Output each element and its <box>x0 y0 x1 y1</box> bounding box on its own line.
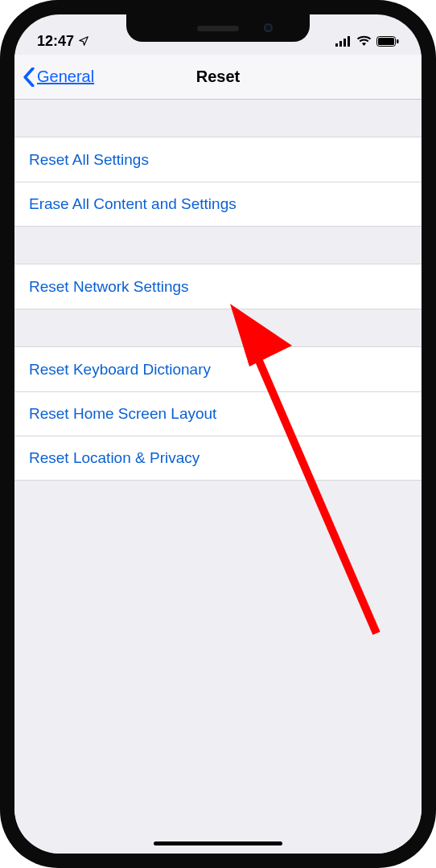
row-label: Reset Home Screen Layout <box>29 405 216 423</box>
erase-all-content-row[interactable]: Erase All Content and Settings <box>14 182 422 226</box>
volume-down-button <box>0 257 2 313</box>
content-area: Reset All Settings Erase All Content and… <box>14 100 422 854</box>
chevron-left-icon <box>23 68 35 87</box>
reset-location-privacy-row[interactable]: Reset Location & Privacy <box>14 436 422 480</box>
reset-keyboard-dictionary-row[interactable]: Reset Keyboard Dictionary <box>14 347 422 391</box>
row-label: Reset Network Settings <box>29 278 189 296</box>
location-icon <box>78 35 89 47</box>
phone-frame: 12:47 <box>0 0 436 868</box>
settings-group: Reset All Settings Erase All Content and… <box>14 137 422 227</box>
svg-rect-0 <box>335 43 338 47</box>
row-label: Erase All Content and Settings <box>29 195 237 213</box>
notch <box>126 14 310 42</box>
status-left: 12:47 <box>37 33 89 50</box>
row-label: Reset All Settings <box>29 151 149 169</box>
battery-icon <box>376 36 399 47</box>
svg-rect-1 <box>339 41 342 47</box>
screen: 12:47 <box>14 14 422 854</box>
reset-network-settings-row[interactable]: Reset Network Settings <box>14 264 422 309</box>
earpiece <box>197 26 239 31</box>
nav-bar: General Reset <box>14 55 422 100</box>
volume-up-button <box>0 185 2 241</box>
svg-rect-5 <box>378 38 394 45</box>
settings-group: Reset Network Settings <box>14 264 422 309</box>
settings-group: Reset Keyboard Dictionary Reset Home Scr… <box>14 346 422 481</box>
row-label: Reset Keyboard Dictionary <box>29 361 211 379</box>
back-button[interactable]: General <box>14 68 94 87</box>
status-right <box>335 35 399 47</box>
row-label: Reset Location & Privacy <box>29 449 199 467</box>
mute-switch <box>0 129 2 159</box>
wifi-icon <box>356 35 372 47</box>
front-camera <box>264 23 273 32</box>
home-indicator[interactable] <box>154 841 282 845</box>
svg-rect-2 <box>343 39 346 47</box>
cellular-icon <box>335 36 352 47</box>
reset-all-settings-row[interactable]: Reset All Settings <box>14 137 422 182</box>
svg-rect-3 <box>348 36 350 47</box>
status-time: 12:47 <box>37 33 74 50</box>
svg-rect-6 <box>397 39 399 43</box>
reset-home-screen-layout-row[interactable]: Reset Home Screen Layout <box>14 391 422 436</box>
back-label: General <box>37 68 94 86</box>
